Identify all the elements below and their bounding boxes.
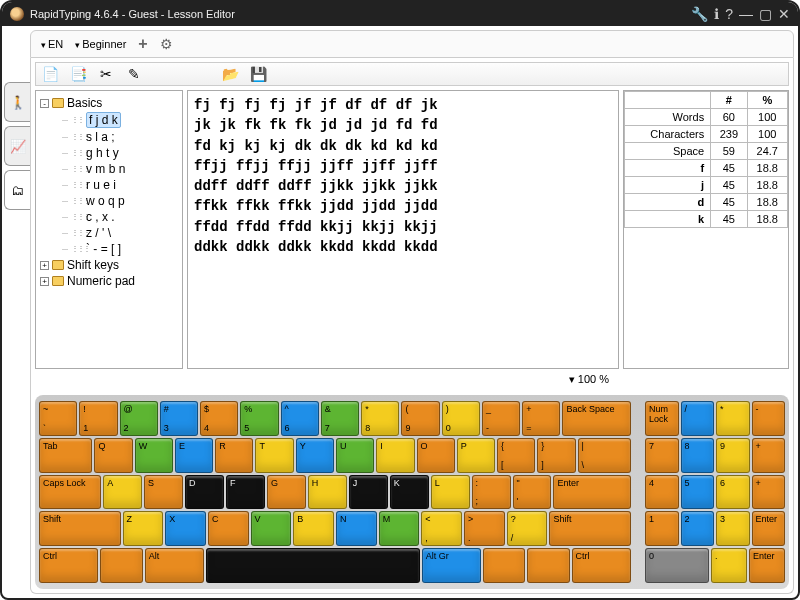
key-[interactable]: ^6 <box>281 401 319 436</box>
key-enter[interactable]: Enter <box>752 511 786 546</box>
key-[interactable]: (9 <box>401 401 439 436</box>
level-dropdown[interactable]: Beginner <box>75 38 126 50</box>
key-enter[interactable]: Enter <box>749 548 785 583</box>
key-[interactable]: - <box>752 401 786 436</box>
key-o[interactable]: O <box>417 438 455 473</box>
key-shift[interactable]: Shift <box>549 511 631 546</box>
edit-icon[interactable]: ✎ <box>124 64 144 84</box>
key-y[interactable]: Y <box>296 438 334 473</box>
settings-icon[interactable]: ⚙ <box>160 36 173 52</box>
key-[interactable]: * <box>716 401 750 436</box>
lesson-text-area[interactable]: fj fj fj fj jf jf df df df jk jk jk fk f… <box>187 90 619 369</box>
tab-run-icon[interactable]: 🚶 <box>4 82 30 122</box>
language-dropdown[interactable]: EN <box>41 38 63 50</box>
key-b[interactable]: B <box>293 511 334 546</box>
key-[interactable]: >. <box>464 511 505 546</box>
key-l[interactable]: L <box>431 475 470 510</box>
key-p[interactable]: P <box>457 438 495 473</box>
key-[interactable]: / <box>681 401 715 436</box>
new-page-icon[interactable]: 📄 <box>40 64 60 84</box>
key-tab[interactable]: Tab <box>39 438 92 473</box>
key-[interactable]: <, <box>421 511 462 546</box>
key-2[interactable]: 2 <box>681 511 715 546</box>
key-[interactable]: "' <box>513 475 552 510</box>
key-1[interactable]: 1 <box>645 511 679 546</box>
add-page-icon[interactable]: 📑 <box>68 64 88 84</box>
key-s[interactable]: S <box>144 475 183 510</box>
lesson-tree[interactable]: - Basics┄ f j d k┄ s l a ;┄ g h t y┄ v m… <box>35 90 183 369</box>
key-[interactable]: |\ <box>578 438 631 473</box>
key-[interactable]: ?/ <box>507 511 548 546</box>
key-e[interactable]: E <box>175 438 213 473</box>
key-[interactable]: *8 <box>361 401 399 436</box>
key-r[interactable]: R <box>215 438 253 473</box>
key-8[interactable]: 8 <box>681 438 715 473</box>
key-9[interactable]: 9 <box>716 438 750 473</box>
key-x[interactable]: X <box>165 511 206 546</box>
key-f[interactable]: F <box>226 475 265 510</box>
key-d[interactable]: D <box>185 475 224 510</box>
key-w[interactable]: W <box>135 438 173 473</box>
key-[interactable]: + <box>752 475 786 510</box>
key-enter[interactable]: Enter <box>553 475 631 510</box>
key-[interactable]: += <box>522 401 560 436</box>
key-v[interactable]: V <box>251 511 292 546</box>
key-m[interactable]: M <box>379 511 420 546</box>
key-6[interactable]: 6 <box>716 475 750 510</box>
key-[interactable]: %5 <box>240 401 278 436</box>
key-a[interactable]: A <box>103 475 142 510</box>
close-button[interactable]: ✕ <box>778 6 790 22</box>
key-g[interactable]: G <box>267 475 306 510</box>
key-ctrl[interactable]: Ctrl <box>39 548 98 583</box>
key-ctrl[interactable]: Ctrl <box>572 548 631 583</box>
key-k[interactable]: K <box>390 475 429 510</box>
key-[interactable]: ~` <box>39 401 77 436</box>
tab-stats-icon[interactable]: 📈 <box>4 126 30 166</box>
help-icon[interactable]: ? <box>725 6 733 22</box>
key-5[interactable]: 5 <box>681 475 715 510</box>
info-icon[interactable]: ℹ <box>714 6 719 22</box>
key-t[interactable]: T <box>255 438 293 473</box>
minimize-button[interactable]: — <box>739 6 753 22</box>
key-[interactable] <box>483 548 525 583</box>
key-capslock[interactable]: Caps Lock <box>39 475 101 510</box>
key-u[interactable]: U <box>336 438 374 473</box>
key-[interactable] <box>206 548 420 583</box>
maximize-button[interactable]: ▢ <box>759 6 772 22</box>
key-backspace[interactable]: Back Space <box>562 401 631 436</box>
key-[interactable]: )0 <box>442 401 480 436</box>
key-[interactable]: + <box>752 438 786 473</box>
open-icon[interactable]: 📂 <box>220 64 240 84</box>
key-z[interactable]: Z <box>123 511 164 546</box>
key-[interactable]: _- <box>482 401 520 436</box>
key-h[interactable]: H <box>308 475 347 510</box>
key-4[interactable]: 4 <box>645 475 679 510</box>
key-[interactable]: !1 <box>79 401 117 436</box>
tab-editor-icon[interactable]: 🗂 <box>4 170 30 210</box>
key-[interactable]: $4 <box>200 401 238 436</box>
key-c[interactable]: C <box>208 511 249 546</box>
zoom-label[interactable]: 100 % <box>35 373 789 391</box>
key-0[interactable]: 0 <box>645 548 709 583</box>
key-[interactable]: {[ <box>497 438 535 473</box>
key-i[interactable]: I <box>376 438 414 473</box>
key-3[interactable]: 3 <box>716 511 750 546</box>
delete-icon[interactable]: ✂ <box>96 64 116 84</box>
key-[interactable]: }] <box>537 438 575 473</box>
key-7[interactable]: 7 <box>645 438 679 473</box>
key-numlock[interactable]: Num Lock <box>645 401 679 436</box>
key-[interactable] <box>100 548 142 583</box>
key-shift[interactable]: Shift <box>39 511 121 546</box>
wrench-icon[interactable]: 🔧 <box>691 6 708 22</box>
key-[interactable]: &7 <box>321 401 359 436</box>
key-alt[interactable]: Alt <box>145 548 204 583</box>
key-j[interactable]: J <box>349 475 388 510</box>
key-altgr[interactable]: Alt Gr <box>422 548 481 583</box>
save-icon[interactable]: 💾 <box>248 64 268 84</box>
key-[interactable]: :; <box>472 475 511 510</box>
key-[interactable]: #3 <box>160 401 198 436</box>
key-[interactable]: . <box>711 548 747 583</box>
key-n[interactable]: N <box>336 511 377 546</box>
add-icon[interactable]: + <box>138 35 147 53</box>
key-q[interactable]: Q <box>94 438 132 473</box>
